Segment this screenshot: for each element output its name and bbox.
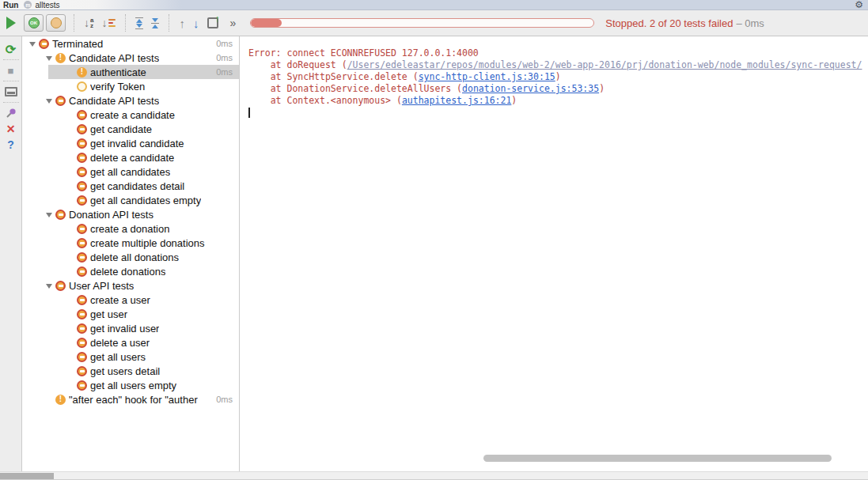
next-occurrence-button[interactable]: ↓ <box>193 13 199 32</box>
help-button[interactable]: ? <box>3 137 19 153</box>
test-tree-row[interactable]: User API tests <box>23 278 239 293</box>
test-tree-row[interactable]: get invalid user <box>23 321 239 335</box>
test-tree-row[interactable]: delete all donations <box>23 250 239 264</box>
test-name: get invalid candidate <box>90 138 184 149</box>
test-name: "after each" hook for "auther <box>69 394 198 406</box>
test-name: verify Token <box>90 81 145 93</box>
run-tool-window: Run m alltests ⚙ OK ↓ az ↓ <box>0 0 868 480</box>
tree-horizontal-scrollbar-thumb[interactable] <box>0 473 54 479</box>
test-tree-row[interactable]: delete donations <box>23 264 239 278</box>
test-name: delete all donations <box>90 251 179 263</box>
test-tree-row[interactable]: get all candidates empty <box>23 193 239 207</box>
console-line: at DonationService.deleteAllUsers (donat… <box>248 83 868 95</box>
test-tree-row[interactable]: Terminated0ms <box>23 36 239 51</box>
statistics-bars-icon <box>108 19 116 27</box>
console-line: at SyncHttpService.delete (sync-http-cli… <box>248 71 868 83</box>
run-toolbar: OK ↓ az ↓ ↑ ↓ <box>0 10 868 36</box>
collapse-all-button[interactable] <box>151 13 159 32</box>
test-tree-row[interactable]: !authenticate0ms <box>23 65 239 79</box>
console-error-text: ) <box>511 95 517 106</box>
expand-all-icon <box>135 17 143 29</box>
test-tree-row[interactable]: create a donation <box>23 221 239 236</box>
close-button[interactable]: ✕ <box>3 121 19 137</box>
test-duration: 0ms <box>216 53 239 62</box>
sort-arrow-icon: ↓ <box>84 17 89 28</box>
test-name: create a user <box>90 294 150 306</box>
test-tree-row[interactable]: delete a candidate <box>23 150 239 164</box>
console-error-text: ) <box>599 83 605 94</box>
test-status-terminated-icon <box>77 252 87 263</box>
tab-alltests[interactable]: m alltests <box>24 1 59 9</box>
test-tree-row[interactable]: create a user <box>23 293 239 307</box>
test-tree-row[interactable]: delete a user <box>23 335 239 350</box>
toolbar-separator <box>74 14 74 32</box>
test-tree-row[interactable]: get all users empty <box>23 378 239 392</box>
collapse-all-icon <box>151 18 159 28</box>
restore-layout-button[interactable] <box>3 84 19 100</box>
test-tree-row[interactable]: verify Token <box>23 79 239 93</box>
test-name: Donation API tests <box>69 209 154 221</box>
previous-occurrence-button[interactable]: ↑ <box>179 13 185 32</box>
test-status-failed-icon: ! <box>55 53 66 63</box>
test-tree-row[interactable]: get all users <box>23 350 239 364</box>
test-status-terminated-icon <box>77 380 87 391</box>
test-status-failed-icon: ! <box>77 67 87 77</box>
passed-ok-icon: OK <box>28 17 40 28</box>
sort-alphabetically-button[interactable]: ↓ az <box>84 13 93 32</box>
show-ignored-toggle[interactable] <box>46 14 66 32</box>
run-tab-label: alltests <box>35 1 59 9</box>
test-name: get candidates detail <box>90 180 184 192</box>
console-error-text: at Context.<anonymous> ( <box>248 95 402 106</box>
stop-button[interactable]: ■ <box>3 62 19 78</box>
status-duration: – 0ms <box>736 17 764 29</box>
test-status-terminated-icon <box>77 338 87 348</box>
test-name: delete donations <box>90 266 165 278</box>
scrollbar-thumb[interactable] <box>483 455 832 462</box>
run-button[interactable] <box>6 17 16 29</box>
test-tree-row[interactable]: !Candidate API tests0ms <box>23 51 239 65</box>
sort-by-duration-button[interactable]: ↓ <box>101 13 116 32</box>
pin-icon <box>5 107 17 119</box>
console-output[interactable]: Error: connect ECONNREFUSED 127.0.0.1:40… <box>241 36 868 471</box>
test-name: get all users <box>90 351 146 363</box>
test-tree-row[interactable]: Candidate API tests <box>23 93 239 108</box>
test-duration: 0ms <box>216 39 239 48</box>
pin-tab-button[interactable] <box>3 105 19 121</box>
more-actions-chevron[interactable]: » <box>229 17 236 29</box>
test-name: User API tests <box>69 280 134 292</box>
progress-fill <box>251 19 282 27</box>
console-error-text: at SyncHttpService.delete ( <box>248 71 419 82</box>
toolbar-separator <box>125 14 126 32</box>
test-status-terminated-icon <box>77 195 87 206</box>
test-tree-row[interactable]: get user <box>23 307 239 321</box>
test-status-terminated-icon <box>77 224 87 234</box>
expand-all-button[interactable] <box>135 13 143 32</box>
gear-icon[interactable]: ⚙ <box>855 0 863 10</box>
test-tree-row[interactable]: get users detail <box>23 364 239 378</box>
test-name: get all users empty <box>90 380 176 391</box>
console-error-text: at doRequest ( <box>248 59 347 70</box>
test-tree-row[interactable]: get invalid candidate <box>23 136 239 150</box>
test-tree-row[interactable]: create multiple donations <box>23 236 239 250</box>
stop-icon: ■ <box>8 65 14 77</box>
stack-trace-link[interactable]: authapitest.js:16:21 <box>402 95 511 106</box>
text-caret <box>248 108 250 118</box>
rerun-tests-button[interactable]: ⟳ <box>3 41 19 57</box>
left-toolbar: ⟳ ■ ✕ ? <box>0 36 22 471</box>
test-tree-row[interactable]: create a candidate <box>23 108 239 122</box>
test-tree: Terminated0ms!Candidate API tests0ms!aut… <box>23 36 240 471</box>
test-status-terminated-icon <box>77 309 87 319</box>
test-tree-row[interactable]: !"after each" hook for "auther0ms <box>23 392 239 406</box>
test-tree-row[interactable]: get candidate <box>23 122 239 136</box>
rerun-icon: ⟳ <box>6 42 16 57</box>
hide-passed-toggle[interactable]: OK <box>24 14 44 32</box>
test-tree-row[interactable]: Donation API tests <box>23 207 239 221</box>
test-status-terminated-icon <box>77 138 87 149</box>
test-tree-row[interactable]: get candidates detail <box>23 179 239 193</box>
stack-trace-link[interactable]: /Users/edeleastar/repos/modules/web-2/we… <box>347 59 862 70</box>
stack-trace-link[interactable]: sync-http-client.js:30:15 <box>419 71 555 82</box>
stack-trace-link[interactable]: donation-service.js:53:35 <box>462 83 599 94</box>
test-tree-row[interactable]: get all candidates <box>23 164 239 179</box>
export-test-results-button[interactable]: ↑ <box>207 17 218 28</box>
console-horizontal-scrollbar[interactable] <box>483 455 865 463</box>
